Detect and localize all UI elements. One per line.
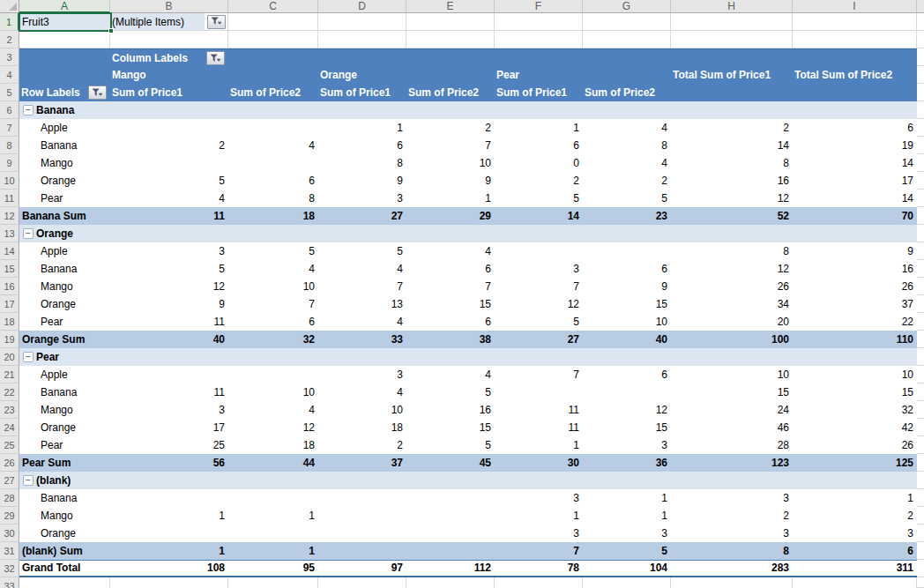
value-cell[interactable]: 3	[318, 190, 406, 207]
value-cell[interactable]: 16	[793, 260, 917, 278]
row-number[interactable]: 19	[0, 331, 19, 348]
value-cell[interactable]	[406, 225, 495, 242]
empty-cell[interactable]	[671, 13, 793, 31]
value-cell[interactable]: 56	[110, 454, 228, 472]
value-cell[interactable]: 10	[583, 313, 671, 331]
pivot-header-cell[interactable]	[228, 49, 318, 67]
row-number[interactable]: 20	[0, 348, 19, 366]
empty-cell[interactable]	[318, 577, 406, 588]
value-cell[interactable]: 6	[583, 260, 671, 278]
value-cell[interactable]: 12	[671, 260, 793, 278]
value-cell[interactable]: 14	[793, 190, 917, 207]
row-number[interactable]: 26	[0, 454, 19, 472]
value-cell[interactable]	[318, 489, 406, 507]
value-cell[interactable]: 12	[228, 419, 318, 436]
value-cell[interactable]: 37	[793, 295, 917, 313]
col-group-mango[interactable]: Mango	[110, 66, 228, 84]
row-label-cell[interactable]: Mango	[19, 507, 110, 525]
value-cell[interactable]: 36	[583, 454, 671, 472]
value-cell[interactable]: 5	[228, 242, 318, 260]
pivot-header-cell[interactable]	[583, 66, 671, 84]
row-labels-cell[interactable]: Row Labels	[19, 84, 110, 101]
value-cell[interactable]: 3	[583, 436, 671, 454]
measure-header[interactable]: Sum of Price2	[228, 84, 318, 101]
pivot-header-cell[interactable]	[228, 66, 318, 84]
value-cell[interactable]	[583, 348, 671, 366]
value-cell[interactable]: 30	[495, 454, 583, 472]
value-cell[interactable]: 10	[406, 154, 495, 172]
empty-cell[interactable]	[19, 31, 110, 48]
value-cell[interactable]: 95	[228, 561, 318, 578]
value-cell[interactable]	[495, 348, 583, 366]
row-label-cell[interactable]: Mango	[19, 278, 110, 295]
value-cell[interactable]: 12	[495, 295, 583, 313]
value-cell[interactable]: 3	[318, 366, 406, 383]
measure-header[interactable]: Sum of Price1	[495, 84, 583, 101]
pivot-header-cell[interactable]	[406, 66, 495, 84]
value-cell[interactable]: 7	[495, 542, 583, 560]
row-number[interactable]: 1	[0, 13, 19, 31]
select-all-corner[interactable]	[0, 0, 19, 13]
value-cell[interactable]: 18	[318, 419, 406, 436]
col-total-price1[interactable]: Total Sum of Price1	[671, 66, 793, 84]
value-cell[interactable]: 12	[110, 278, 228, 295]
value-cell[interactable]	[406, 348, 495, 366]
value-cell[interactable]: 3	[583, 525, 671, 542]
value-cell[interactable]: 27	[495, 331, 583, 348]
value-cell[interactable]: 4	[110, 190, 228, 207]
value-cell[interactable]: 3	[671, 525, 793, 542]
row-number[interactable]: 14	[0, 242, 19, 260]
value-cell[interactable]	[110, 225, 228, 242]
value-cell[interactable]: 2	[406, 119, 495, 137]
column-header-c[interactable]: C	[228, 0, 318, 13]
minus-collapse-icon[interactable]: −	[23, 352, 34, 362]
row-label-cell[interactable]: Banana	[19, 137, 110, 154]
empty-cell[interactable]	[671, 31, 793, 48]
empty-cell[interactable]	[19, 577, 110, 588]
value-cell[interactable]: 4	[406, 242, 495, 260]
value-cell[interactable]: 6	[793, 542, 917, 560]
value-cell[interactable]: 15	[406, 295, 495, 313]
row-label-cell[interactable]: Mango	[19, 154, 110, 172]
value-cell[interactable]: 4	[228, 401, 318, 419]
row-number[interactable]: 18	[0, 313, 19, 331]
value-cell[interactable]: 6	[406, 260, 495, 278]
row-number[interactable]: 31	[0, 542, 19, 560]
row-number[interactable]: 21	[0, 366, 19, 383]
empty-cell[interactable]	[228, 31, 318, 48]
row-number[interactable]: 24	[0, 419, 19, 436]
value-cell[interactable]: 4	[318, 313, 406, 331]
value-cell[interactable]: 18	[228, 436, 318, 454]
value-cell[interactable]: 44	[228, 454, 318, 472]
value-cell[interactable]: 15	[583, 295, 671, 313]
empty-cell[interactable]	[671, 577, 793, 588]
value-cell[interactable]: 0	[495, 154, 583, 172]
value-cell[interactable]	[671, 225, 793, 242]
empty-cell[interactable]	[583, 31, 671, 48]
value-cell[interactable]: 14	[495, 207, 583, 225]
row-number[interactable]: 23	[0, 401, 19, 419]
empty-cell[interactable]	[228, 577, 318, 588]
value-cell[interactable]: 15	[583, 419, 671, 436]
value-cell[interactable]	[495, 225, 583, 242]
value-cell[interactable]: 4	[228, 260, 318, 278]
value-cell[interactable]: 3	[671, 489, 793, 507]
value-cell[interactable]	[318, 348, 406, 366]
value-cell[interactable]: 42	[793, 419, 917, 436]
empty-cell[interactable]	[793, 31, 917, 48]
value-cell[interactable]: 23	[583, 207, 671, 225]
value-cell[interactable]	[495, 242, 583, 260]
row-number[interactable]: 17	[0, 295, 19, 313]
empty-cell[interactable]	[406, 577, 495, 588]
value-cell[interactable]: 108	[110, 561, 228, 578]
value-cell[interactable]: 10	[228, 278, 318, 295]
value-cell[interactable]: 6	[228, 172, 318, 190]
value-cell[interactable]: 6	[228, 313, 318, 331]
row-label-cell[interactable]: Orange	[19, 525, 110, 542]
value-cell[interactable]	[110, 119, 228, 137]
value-cell[interactable]	[671, 101, 793, 119]
row-number[interactable]: 8	[0, 137, 19, 154]
row-label-cell[interactable]: Apple	[19, 242, 110, 260]
value-cell[interactable]	[583, 383, 671, 401]
row-number[interactable]: 13	[0, 225, 19, 242]
